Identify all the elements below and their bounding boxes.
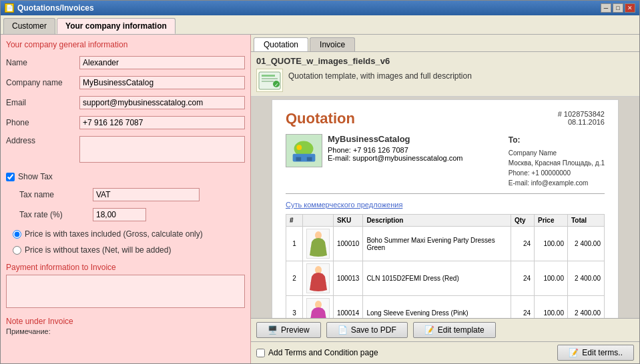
- tab-invoice[interactable]: Invoice: [310, 37, 355, 51]
- main-window: 📄 Quotations/Invoices ─ □ ✕ Customer You…: [0, 0, 640, 364]
- cell-num: 3: [286, 296, 303, 319]
- svg-rect-3: [262, 81, 274, 82]
- doc-subject[interactable]: Суть коммерческого предложения: [286, 201, 605, 209]
- cell-qty: 24: [511, 296, 535, 319]
- col-qty: Qty: [511, 215, 535, 227]
- note-sublabel: Примечание:: [6, 327, 245, 335]
- tax-name-input[interactable]: [93, 188, 200, 201]
- maximize-button[interactable]: □: [613, 3, 623, 13]
- cell-desc: CLN 1015D2FEMI Dress (Red): [363, 261, 511, 296]
- radio-net-row: Price is without taxes (Net, will be add…: [13, 245, 245, 255]
- note-label: Note under Invoice: [6, 317, 245, 326]
- tab-company-info[interactable]: Your company information: [57, 18, 176, 34]
- phone-row: Phone: [6, 116, 245, 129]
- doc-table: # SKU Description Qty Price Total: [286, 214, 605, 318]
- cell-num: 2: [286, 261, 303, 296]
- company-name-input[interactable]: [79, 76, 245, 89]
- show-tax-checkbox[interactable]: [6, 173, 15, 181]
- edit-template-button[interactable]: 📝 Edit template: [413, 322, 496, 338]
- doc-company-row: MyBusinessCatalog Phone: +7 916 126 7087…: [286, 134, 605, 194]
- preview-area: Quotation # 1028753842 08.11.2016: [251, 97, 639, 318]
- preview-document: Quotation # 1028753842 08.11.2016: [272, 99, 619, 318]
- terms-checkbox[interactable]: [256, 349, 265, 357]
- address-input[interactable]: [79, 136, 245, 163]
- title-bar-left: 📄 Quotations/Invoices: [5, 3, 94, 13]
- cell-num: 1: [286, 227, 303, 261]
- svg-rect-10: [296, 157, 301, 161]
- save-pdf-button[interactable]: 📄 Save to PDF: [326, 322, 408, 338]
- left-panel: Your company general information Name Co…: [1, 35, 251, 363]
- bottom-bar: 🖥️ Preview 📄 Save to PDF 📝 Edit template: [251, 318, 639, 341]
- edit-terms-icon: 📝: [569, 348, 579, 357]
- cell-img: [303, 261, 334, 296]
- name-row: Name: [6, 56, 245, 69]
- terms-bar: Add Terms and Condition page 📝 Edit term…: [251, 341, 639, 363]
- radio-gross[interactable]: [13, 230, 21, 239]
- tab-quotation[interactable]: Quotation: [254, 37, 308, 51]
- cell-price: 100.00: [535, 227, 568, 261]
- minimize-button[interactable]: ─: [601, 3, 611, 13]
- template-desc: Quotation template, with images and full…: [288, 69, 472, 81]
- company-logo: [286, 134, 322, 167]
- note-section: Note under Invoice Примечание:: [6, 317, 245, 337]
- outer-tabs: Customer Your company information: [1, 15, 639, 35]
- close-button[interactable]: ✕: [625, 3, 635, 13]
- terms-left: Add Terms and Condition page: [256, 348, 378, 357]
- show-tax-row: Show Tax: [6, 172, 245, 181]
- main-content: Your company general information Name Co…: [1, 35, 639, 363]
- table-row: 1 100010 Boho Summer Maxi Evening Party …: [286, 227, 605, 261]
- cell-sku: 100013: [334, 261, 363, 296]
- svg-rect-1: [262, 75, 275, 77]
- doc-company-info: MyBusinessCatalog Phone: +7 916 126 7087…: [328, 134, 463, 162]
- phone-label: Phone: [6, 118, 79, 127]
- svg-text:✓: ✓: [274, 82, 279, 88]
- col-desc: Description: [363, 215, 511, 227]
- preview-button[interactable]: 🖥️ Preview: [256, 322, 321, 338]
- template-name: 01_QUOTE_w_images_fields_v6: [256, 56, 634, 66]
- company-name-row: Company name: [6, 76, 245, 89]
- radio-gross-row: Price is with taxes included (Gross, cal…: [13, 229, 245, 239]
- company-name-label: Company name: [6, 78, 79, 87]
- tab-customer[interactable]: Customer: [3, 18, 55, 34]
- email-row: Email: [6, 96, 245, 109]
- title-bar-controls: ─ □ ✕: [601, 3, 635, 13]
- cell-sku: 100014: [334, 296, 363, 319]
- pdf-icon: 📄: [338, 325, 348, 335]
- radio-gross-label: Price is with taxes included (Gross, cal…: [25, 229, 203, 239]
- payment-textarea[interactable]: [6, 275, 245, 308]
- phone-input[interactable]: [79, 116, 245, 129]
- email-input[interactable]: [79, 96, 245, 109]
- tax-name-row: Tax name: [19, 188, 245, 201]
- radio-net[interactable]: [13, 246, 21, 255]
- col-price: Price: [535, 215, 568, 227]
- col-img: [303, 215, 334, 227]
- tax-rate-input[interactable]: [93, 208, 146, 221]
- cell-desc: Boho Summer Maxi Evening Party Dresses G…: [363, 227, 511, 261]
- cell-qty: 24: [511, 261, 535, 296]
- cell-sku: 100010: [334, 227, 363, 261]
- cell-total: 2 400.00: [568, 227, 605, 261]
- right-content: 01_QUOTE_w_images_fields_v6 ✓: [251, 52, 639, 363]
- col-num: #: [286, 215, 303, 227]
- show-tax-label: Show Tax: [18, 172, 53, 181]
- title-bar: 📄 Quotations/Invoices ─ □ ✕: [1, 1, 639, 15]
- template-header: 01_QUOTE_w_images_fields_v6 ✓: [251, 52, 639, 97]
- right-panel: Quotation Invoice 01_QUOTE_w_images_fiel…: [251, 35, 639, 363]
- edit-template-icon: 📝: [424, 325, 434, 335]
- preview-icon: 🖥️: [268, 325, 278, 335]
- svg-rect-11: [307, 157, 312, 161]
- section-general-info: Your company general information: [6, 40, 245, 49]
- app-icon: 📄: [5, 3, 14, 13]
- tax-name-label: Tax name: [19, 190, 93, 199]
- cell-price: 100.00: [535, 261, 568, 296]
- edit-terms-button[interactable]: 📝 Edit terms..: [557, 345, 634, 361]
- table-row: 2 100013 CLN 1015D2FEMI Dress (Red) 24 1…: [286, 261, 605, 296]
- address-label: Address: [6, 136, 79, 145]
- doc-company-left: MyBusinessCatalog Phone: +7 916 126 7087…: [286, 134, 463, 188]
- name-input[interactable]: [79, 56, 245, 69]
- cell-img: [303, 296, 334, 319]
- cell-desc: Long Sleeve Evening Dress (Pink): [363, 296, 511, 319]
- doc-number: # 1028753842 08.11.2016: [558, 110, 605, 126]
- bottom-buttons: 🖥️ Preview 📄 Save to PDF 📝 Edit template: [256, 322, 496, 338]
- template-desc-row: ✓ Quotation template, with images and fu…: [256, 69, 634, 92]
